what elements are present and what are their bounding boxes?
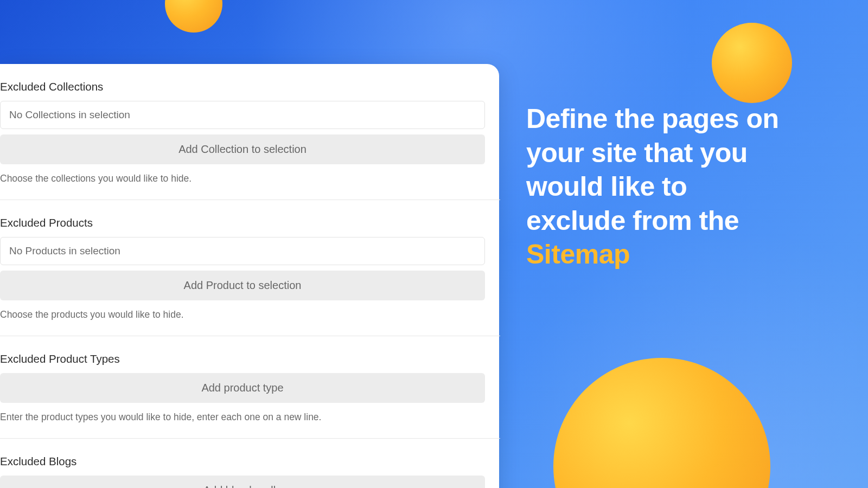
headline-accent: Sitemap bbox=[526, 239, 630, 269]
add-product-type-button[interactable]: Add product type bbox=[0, 373, 485, 403]
collections-hint: Choose the collections you would like to… bbox=[0, 164, 499, 200]
settings-card: Excluded Collections No Collections in s… bbox=[0, 64, 499, 488]
orange-ball-icon bbox=[165, 0, 222, 33]
products-hint: Choose the products you would like to hi… bbox=[0, 300, 499, 336]
excluded-products-section: Excluded Products No Products in selecti… bbox=[0, 200, 499, 336]
add-product-button[interactable]: Add Product to selection bbox=[0, 271, 485, 300]
collections-selection-box[interactable]: No Collections in selection bbox=[0, 101, 485, 129]
excluded-product-types-label: Excluded Product Types bbox=[0, 336, 499, 373]
marketing-headline: Define the pages on your site that you w… bbox=[526, 102, 787, 272]
excluded-collections-section: Excluded Collections No Collections in s… bbox=[0, 64, 499, 200]
excluded-product-types-section: Excluded Product Types Add product type … bbox=[0, 336, 499, 438]
headline-text: Define the pages on your site that you w… bbox=[526, 104, 779, 236]
excluded-products-label: Excluded Products bbox=[0, 200, 499, 237]
add-collection-button[interactable]: Add Collection to selection bbox=[0, 134, 485, 164]
excluded-blogs-label: Excluded Blogs bbox=[0, 439, 499, 476]
excluded-collections-label: Excluded Collections bbox=[0, 64, 499, 101]
orange-ball-icon bbox=[712, 23, 792, 103]
add-blog-handle-button[interactable]: Add blog handle bbox=[0, 476, 485, 488]
products-selection-box[interactable]: No Products in selection bbox=[0, 237, 485, 265]
excluded-blogs-section: Excluded Blogs Add blog handle Enter the… bbox=[0, 439, 499, 488]
product-types-hint: Enter the product types you would like t… bbox=[0, 403, 499, 438]
